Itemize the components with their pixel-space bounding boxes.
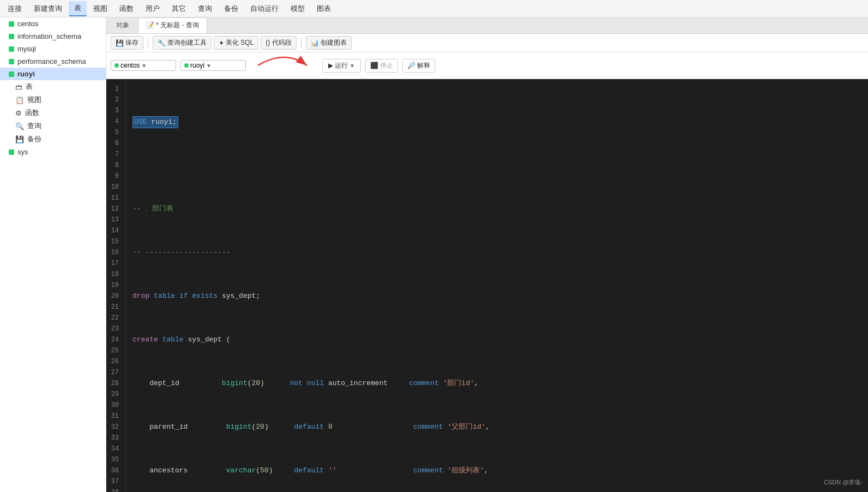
beautify-button[interactable]: ✦ 美化 SQL (214, 36, 258, 50)
db-icon-info (9, 34, 14, 39)
chart-icon: 📊 (311, 39, 319, 47)
sidebar-item-mysql[interactable]: mysql (0, 43, 106, 55)
create-chart-button[interactable]: 📊 创建图表 (306, 36, 352, 50)
explain-button[interactable]: 🔎 解释 (402, 59, 435, 73)
sidebar-sub-backup[interactable]: 💾 备份 (0, 133, 106, 146)
sidebar-item-ruoyi[interactable]: ruoyi (0, 68, 106, 80)
tab-bar: 对象 📝 * 无标题 - 查询 (106, 17, 868, 34)
code-line-2 (132, 160, 868, 171)
code-editor[interactable]: USE ruoyi; -- 、部门表 -- ------------------… (126, 79, 868, 492)
menu-backup[interactable]: 备份 (219, 2, 244, 16)
table-selector-arrow: ▼ (206, 63, 212, 69)
code-segment-button[interactable]: () 代码段 (261, 36, 296, 50)
tab-obj-label[interactable]: 对象 (108, 18, 137, 33)
code-line-8: parent_id bigint(20) default 0 comment '… (132, 422, 868, 433)
sidebar-sub-query[interactable]: 🔍 查询 (0, 119, 106, 133)
menu-model[interactable]: 模型 (285, 2, 310, 16)
toolbar: 💾 保存 🔧 查询创建工具 ✦ 美化 SQL () 代码段 📊 创建图表 (106, 34, 868, 52)
red-arrow-annotation (252, 55, 318, 76)
menu-other[interactable]: 其它 (166, 2, 191, 16)
code-line-1: USE ruoyi; (132, 116, 868, 127)
beautify-icon: ✦ (219, 39, 224, 47)
menu-bar: 连接 新建查询 表 视图 函数 用户 其它 查询 备份 自动运行 模型 图表 (0, 0, 868, 17)
query-builder-button[interactable]: 🔧 查询创建工具 (153, 36, 212, 50)
run-button[interactable]: ▶ 运行 ▼ (322, 59, 361, 73)
toolbar-sep-1 (148, 38, 148, 49)
menu-chart[interactable]: 图表 (311, 2, 336, 16)
selector-bar: centos ▼ ruoyi ▼ ▶ 运行 ▼ (106, 52, 868, 79)
code-line-5: drop table if exists sys_dept; (132, 291, 868, 302)
stop-icon: ⬛ (370, 62, 378, 69)
tab-query[interactable]: 📝 * 无标题 - 查询 (138, 17, 207, 33)
db-icon-sys (9, 149, 14, 155)
query-builder-icon: 🔧 (158, 39, 166, 47)
code-line-3: -- 、部门表 (132, 203, 868, 214)
db-selector-arrow: ▼ (141, 63, 147, 69)
line-numbers: 1 2 3 4 5 6 7 8 9 10 11 12 13 14 15 16 1 (106, 79, 126, 492)
code-line-7: dept_id bigint(20) not null auto_increme… (132, 378, 868, 389)
sidebar-item-centos[interactable]: centos (0, 17, 106, 30)
db-selector[interactable]: centos ▼ (111, 60, 176, 71)
content-area: 对象 📝 * 无标题 - 查询 💾 保存 🔧 查询创建工具 ✦ 美化 SQL (106, 17, 868, 492)
menu-new-query[interactable]: 新建查询 (28, 2, 68, 16)
editor-area[interactable]: 1 2 3 4 5 6 7 8 9 10 11 12 13 14 15 16 1 (106, 79, 868, 492)
sidebar-item-sys[interactable]: sys (0, 146, 106, 158)
stop-button[interactable]: ⬛ 停止 (365, 59, 398, 73)
menu-connect[interactable]: 连接 (2, 2, 27, 16)
sidebar: centos information_schema mysql performa… (0, 17, 106, 492)
db-dot (114, 63, 119, 68)
sidebar-item-performance-schema[interactable]: performance_schema (0, 55, 106, 68)
editor-content: 1 2 3 4 5 6 7 8 9 10 11 12 13 14 15 16 1 (106, 79, 868, 492)
watermark: CSDN @求项- (824, 478, 863, 487)
save-button[interactable]: 💾 保存 (111, 36, 143, 50)
save-icon: 💾 (116, 39, 124, 47)
db-icon-ruoyi (9, 71, 14, 77)
code-line-9: ancestors varchar(50) default '' comment… (132, 465, 868, 476)
table-dot (184, 63, 189, 68)
sidebar-sub-table[interactable]: 🗃 表 (0, 80, 106, 93)
code-line-6: create table sys_dept ( (132, 334, 868, 345)
sidebar-sub-view[interactable]: 📋 视图 (0, 93, 106, 106)
db-icon-centos (9, 21, 14, 27)
menu-view[interactable]: 视图 (88, 2, 113, 16)
menu-query[interactable]: 查询 (192, 2, 218, 16)
code-line-4: -- -------------------- (132, 247, 868, 258)
sidebar-item-information-schema[interactable]: information_schema (0, 30, 106, 43)
toolbar-sep-2 (301, 38, 302, 49)
table-selector[interactable]: ruoyi ▼ (180, 60, 246, 71)
menu-autorun[interactable]: 自动运行 (245, 2, 284, 16)
main-layout: centos information_schema mysql performa… (0, 17, 868, 492)
menu-function[interactable]: 函数 (114, 2, 139, 16)
menu-user[interactable]: 用户 (140, 2, 165, 16)
run-icon: ▶ (328, 62, 333, 69)
sidebar-sub-function[interactable]: ⚙ 函数 (0, 106, 106, 119)
explain-icon: 🔎 (407, 62, 415, 69)
db-icon-perf (9, 59, 14, 64)
db-icon-mysql (9, 46, 14, 52)
menu-table[interactable]: 表 (69, 1, 87, 16)
